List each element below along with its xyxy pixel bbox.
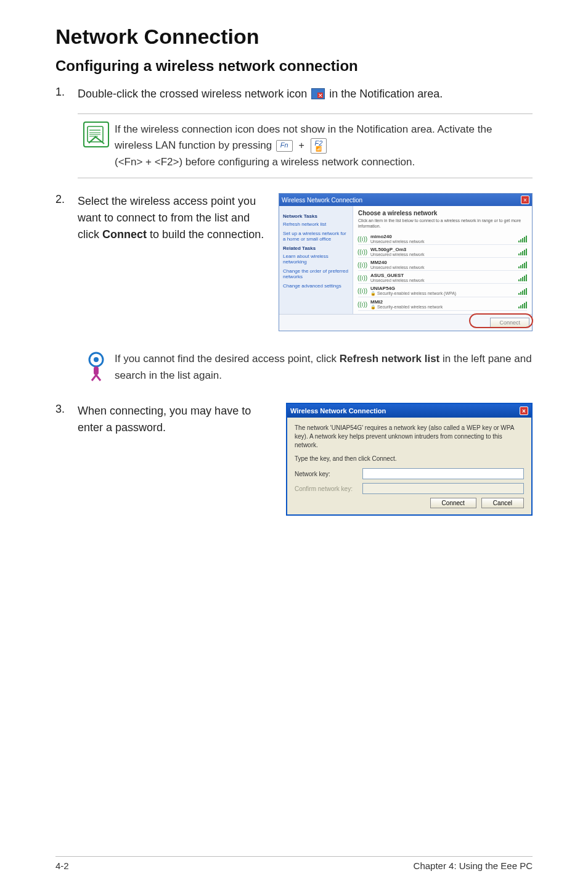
step-1: 1. Double-click the crossed wireless net… <box>55 86 533 102</box>
note-block: If the wireless connection icon does not… <box>78 113 533 178</box>
network-sub: Unsecured wireless network <box>370 265 515 270</box>
tip-bold: Refresh network list <box>340 353 440 365</box>
note-line2: (<Fn> + <F2>) before configuring a wirel… <box>115 156 415 168</box>
signal-strength-icon <box>518 261 527 268</box>
signal-strength-icon <box>518 248 527 255</box>
network-item[interactable]: ((ı)) UNIAP54G Security-enabled wireless… <box>358 284 527 297</box>
plus-sign: + <box>298 140 304 151</box>
dialog-title: Wireless Network Connection <box>290 407 386 415</box>
network-item[interactable]: ((ı)) MMI2 Security-enabled wireless net… <box>358 297 527 311</box>
wifi-antenna-icon: ((ı)) <box>358 287 367 295</box>
close-button[interactable]: × <box>521 196 529 204</box>
wifi-antenna-icon: ((ı)) <box>358 273 367 282</box>
password-dialog: Wireless Network Connection × The networ… <box>286 403 533 516</box>
learn-wireless-link[interactable]: Learn about wireless networking <box>283 254 349 265</box>
footer-page-number: 4-2 <box>55 860 69 871</box>
step-1-pre: Double-click the crossed wireless networ… <box>78 88 310 100</box>
wifi-antenna-icon: ((ı)) <box>358 247 367 256</box>
dialog-message: The network 'UNIAP54G' requires a networ… <box>295 424 524 450</box>
network-name: ASUS_GUEST <box>370 273 515 278</box>
network-sub: Security-enabled wireless network (WPA) <box>370 291 515 296</box>
step-3-number: 3. <box>55 403 78 436</box>
signal-strength-icon <box>518 274 527 281</box>
step-2: 2. Select the wireless access point you … <box>55 193 266 243</box>
tip-text-a: If you cannot find the desired access po… <box>115 353 340 365</box>
refresh-network-list-link[interactable]: Refresh network list <box>283 221 349 227</box>
network-sub: Unsecured wireless network <box>370 278 515 283</box>
network-name: MM240 <box>370 260 515 265</box>
network-item[interactable]: ((ı)) MM240 Unsecured wireless network <box>358 258 527 271</box>
step-2-bold: Connect <box>102 228 147 241</box>
dialog-connect-button[interactable]: Connect <box>430 498 476 508</box>
tip-icon <box>86 351 107 384</box>
side-related-heading: Related Tasks <box>283 245 349 251</box>
signal-strength-icon <box>518 301 527 308</box>
network-name: MMI2 <box>370 299 515 305</box>
crossed-wireless-icon <box>311 88 325 99</box>
network-sub: Security-enabled wireless network <box>370 305 515 310</box>
step-3: 3. When connecting, you may have to ente… <box>55 403 274 436</box>
step-1-post: in the Notification area. <box>329 88 443 100</box>
network-name: UNIAP54G <box>370 286 515 291</box>
tip-block: If you cannot find the desired access po… <box>78 349 533 384</box>
page-title: Network Connection <box>55 25 533 49</box>
signal-strength-icon <box>518 287 527 295</box>
network-name: WL500gP_Om3 <box>370 247 515 252</box>
choose-network-heading: Choose a wireless network <box>358 210 527 217</box>
wifi-antenna-icon: ((ı)) <box>358 300 367 309</box>
dialog-close-button[interactable]: × <box>520 406 528 415</box>
network-sub: Unsecured wireless network <box>370 252 515 257</box>
connect-button[interactable]: Connect <box>490 318 529 328</box>
network-item[interactable]: ((ı)) ASUS_GUEST Unsecured wireless netw… <box>358 271 527 284</box>
key-fn-icon: Fn <box>276 140 293 152</box>
svg-point-6 <box>95 136 97 138</box>
choose-network-sub: Click an item in the list below to conne… <box>358 218 527 229</box>
wireless-list-window: Wireless Network Connection × Network Ta… <box>279 193 533 331</box>
footer-chapter: Chapter 4: Using the Eee PC <box>414 860 533 871</box>
side-tasks-heading: Network Tasks <box>283 213 349 219</box>
network-name: mimo240 <box>370 234 515 239</box>
section-heading: Configuring a wireless network connectio… <box>55 57 533 75</box>
network-sub: Unsecured wireless network <box>370 239 515 244</box>
network-key-label: Network key: <box>295 471 362 477</box>
svg-rect-9 <box>94 366 99 375</box>
signal-strength-icon <box>518 235 527 242</box>
step-1-number: 1. <box>55 86 78 102</box>
note-icon <box>83 122 109 150</box>
step-2-text-b: to build the connection. <box>150 228 264 241</box>
window-title: Wireless Network Connection <box>282 197 362 204</box>
network-item[interactable]: ((ı)) WL500gP_Om3 Unsecured wireless net… <box>358 245 527 258</box>
step-1-text: Double-click the crossed wireless networ… <box>78 86 533 102</box>
step-3-text: When connecting, you may have to enter a… <box>78 403 274 436</box>
svg-point-8 <box>94 357 99 362</box>
network-item[interactable]: ((ı)) mimo240 Unsecured wireless network <box>358 232 527 245</box>
network-key-input[interactable] <box>362 468 524 479</box>
dialog-cancel-button[interactable]: Cancel <box>481 498 524 508</box>
setup-network-link[interactable]: Set up a wireless network for a home or … <box>283 231 349 242</box>
dialog-instruction: Type the key, and then click Connect. <box>295 455 524 463</box>
wifi-antenna-icon: ((ı)) <box>358 260 367 269</box>
confirm-key-label: Confirm network key: <box>295 485 362 492</box>
change-order-link[interactable]: Change the order of preferred networks <box>283 268 349 279</box>
key-f2-icon: F2 <box>311 138 327 154</box>
wifi-antenna-icon: ((ı)) <box>358 234 367 243</box>
step-2-number: 2. <box>55 193 78 243</box>
confirm-key-input <box>362 483 524 494</box>
advanced-settings-link[interactable]: Change advanced settings <box>283 283 349 289</box>
